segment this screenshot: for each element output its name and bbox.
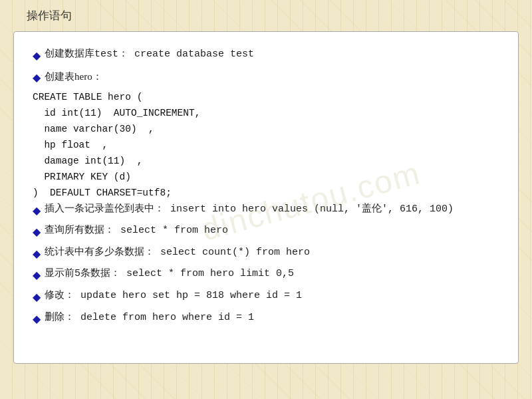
list-item: ◆ 统计表中有多少条数据： select count(*) from hero [33, 245, 498, 263]
content-box: dinchutou.com ◆ 创建数据库test： create databa… [13, 31, 519, 364]
list-item: ◆ 显示前5条数据： select * from hero limit 0,5 [33, 266, 498, 284]
bullet-icon: ◆ [33, 202, 41, 219]
bullet-icon: ◆ [33, 311, 41, 328]
bullet-icon: ◆ [33, 47, 41, 65]
code-block: CREATE TABLE hero ( id int(11) AUTO_INCR… [33, 90, 498, 201]
item-text: 创建表hero： [45, 68, 102, 84]
bullet-icon: ◆ [33, 245, 41, 263]
item-text: 查询所有数据： select * from hero [45, 223, 228, 239]
bullet-icon: ◆ [33, 289, 41, 306]
code-line: PRIMARY KEY (d) [33, 170, 498, 186]
header: 操作语句 [0, 0, 532, 29]
list-item: ◆ 查询所有数据： select * from hero [33, 223, 498, 241]
bullet-icon: ◆ [33, 69, 41, 86]
list-item: ◆ 创建数据库test： create database test [33, 47, 498, 65]
code-line: CREATE TABLE hero ( [33, 90, 498, 106]
code-line: ) DEFAULT CHARSET=utf8; [33, 186, 498, 201]
bullet-icon: ◆ [33, 267, 41, 284]
item-text: 插入一条记录盖伦到表中： insert into hero values (nu… [45, 201, 454, 217]
list-item: ◆ 修改： update hero set hp = 818 where id … [33, 288, 498, 306]
item-text: 修改： update hero set hp = 818 where id = … [45, 288, 302, 304]
item-text: 统计表中有多少条数据： select count(*) from hero [45, 245, 310, 261]
item-text: 创建数据库test： create database test [45, 47, 254, 63]
code-line: damage int(11) , [33, 154, 498, 170]
page-title: 操作语句 [0, 0, 532, 29]
item-text: 删除： delete from hero where id = 1 [45, 310, 254, 326]
code-line: name varchar(30) , [33, 122, 498, 138]
list-item: ◆ 插入一条记录盖伦到表中： insert into hero values (… [33, 201, 498, 219]
list-item: ◆ 创建表hero： [33, 68, 498, 86]
code-line: id int(11) AUTO_INCREMENT, [33, 106, 498, 122]
list-item: ◆ 删除： delete from hero where id = 1 [33, 310, 498, 328]
bullet-icon: ◆ [33, 223, 41, 241]
item-text: 显示前5条数据： select * from hero limit 0,5 [45, 266, 294, 282]
code-line: hp float , [33, 138, 498, 154]
